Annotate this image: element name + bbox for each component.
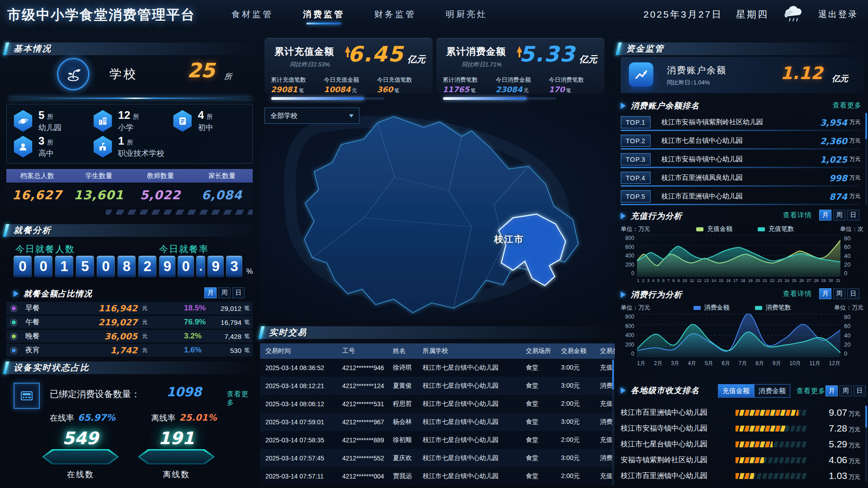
section-accent-bar	[3, 224, 9, 237]
device-more-link[interactable]: 查看更多	[227, 390, 255, 407]
nav-food-supervision[interactable]: 食材监管	[231, 0, 273, 29]
recharge-total-card: 累计充值金额 同比昨日2.53% 6.45 亿元 累计充值笔数29081笔 今日…	[264, 38, 433, 94]
nav-bright-kitchen[interactable]: 明厨亮灶	[446, 0, 487, 29]
section-dining-title: 就餐分析	[14, 225, 52, 236]
tab-week[interactable]: 周	[833, 288, 845, 299]
planet-icon	[13, 110, 33, 132]
tab-day[interactable]: 日	[847, 288, 859, 299]
online-count: 549	[40, 428, 121, 448]
nav-consume-supervision[interactable]: 消费监管	[303, 0, 344, 29]
transactions-table: 交易时间 工号 姓名 所属学校 交易场所 交易金额 交易类型 2025-03-1…	[260, 343, 615, 485]
rank-unit: 万元	[849, 192, 860, 200]
sub-value: 11765笔	[443, 85, 495, 94]
online-device-pedestal: 549 在线数	[40, 428, 121, 480]
section-accent-bar	[259, 326, 265, 339]
tab-week[interactable]: 周	[840, 385, 852, 396]
tab-month[interactable]: 月	[204, 287, 217, 298]
tab-day[interactable]: 日	[232, 287, 245, 298]
card-value: 5.33	[519, 42, 576, 66]
toggle-consume-amount[interactable]: 消费金额	[754, 384, 790, 398]
main-nav: 食材监管 消费监管 财务监管 明厨亮灶	[231, 0, 487, 29]
consume-chart-title: 消费行为分析	[631, 289, 682, 300]
x-axis-labels: 1234567891011121314151617181920212223242…	[637, 278, 840, 283]
digit: 9	[159, 256, 175, 277]
tab-month[interactable]: 月	[819, 210, 831, 221]
consume-chart-subheader: 消费行为分析	[621, 289, 682, 300]
col-name: 姓名	[387, 347, 417, 355]
sub-label: 今日充值金额	[324, 76, 377, 84]
hexagon-pedestal-icon	[42, 449, 119, 465]
tab-month[interactable]: 月	[819, 288, 831, 299]
legend-swatch-icon	[693, 306, 701, 310]
list-scrollbar[interactable]	[865, 406, 867, 482]
sub-value: 360笔	[377, 85, 430, 94]
campus-icon	[93, 136, 113, 158]
pos-terminal-icon	[14, 383, 40, 409]
offline-rate-label: 离线率	[151, 413, 175, 422]
consume-detail-link[interactable]: 查看详情	[783, 290, 812, 298]
scrollbar-thumb[interactable]	[865, 113, 867, 139]
section-accent-bar	[3, 42, 9, 55]
type-senior: 3所 高中	[13, 134, 93, 160]
rank-value: 2,360	[820, 136, 847, 146]
sprout-icon	[57, 58, 90, 90]
type-vocational: 1所 职业技术学校	[93, 134, 172, 160]
recharge-chart-title: 充值行为分析	[631, 211, 682, 221]
rank-name: 枝江市安福寺镇中心幼儿园	[661, 155, 820, 164]
counter-unit: %	[246, 267, 253, 277]
meal-count: 16,794	[196, 319, 241, 326]
scrollbar-thumb[interactable]	[865, 406, 867, 427]
city-map[interactable]: 枝江市	[260, 110, 615, 319]
legend-count: 充值笔数	[758, 225, 794, 233]
stat-label: 学生数量	[68, 172, 129, 180]
y-axis-left: 8006004002000	[621, 235, 637, 277]
tab-week[interactable]: 周	[218, 287, 231, 298]
recharge-detail-link[interactable]: 查看详情	[783, 211, 812, 220]
table-row: 2025-03-14 08:36:524212*******946徐诗琪枝江市七…	[260, 359, 615, 377]
table-row: 2025-03-14 07:57:454212*******552夏庆欢枝江市七…	[260, 449, 615, 467]
list-item: 枝江市百里洲镇中心幼儿园 1.03万元	[621, 469, 860, 483]
school-total-card: 学校 25 所	[5, 56, 255, 97]
list-item: TOP.2 枝江市七星台镇中心幼儿园 2,360 万元	[621, 131, 860, 150]
tab-month[interactable]: 月	[826, 385, 838, 396]
type-label: 职业技术学校	[118, 148, 164, 159]
type-unit: 所	[47, 139, 53, 146]
meal-amount-unit: 元	[142, 319, 147, 326]
digit: 0	[34, 256, 52, 277]
rank-value: 4.06万元	[829, 455, 860, 465]
table-row: 2025-03-14 08:12:214212*******124夏黄俊枝江市七…	[260, 377, 615, 395]
table-scrollbar[interactable]	[612, 360, 614, 485]
rank-badge: TOP.4	[621, 172, 651, 184]
rank-value: 998	[829, 173, 847, 183]
logout-button[interactable]: 退出登录	[818, 9, 858, 20]
consume-legend: 单位：万元 消费金额 消费笔数 单位：万元	[621, 304, 863, 312]
axis-unit-right: 单位：次	[840, 225, 863, 233]
legend-dot-icon	[12, 306, 16, 310]
nav-finance-supervision[interactable]: 财务监管	[374, 0, 416, 29]
rank-unit: 万元	[849, 174, 860, 182]
tab-week[interactable]: 周	[833, 210, 845, 221]
map-city-label: 枝江市	[494, 233, 524, 245]
list-item: TOP.4 枝江市百里洲镇凤良幼儿园 998 万元	[621, 169, 860, 187]
offline-device-pedestal: 191 离线数	[136, 428, 217, 480]
list-item: 枝江市安福寺镇中心幼儿园 7.28万元	[621, 422, 860, 435]
table-row: 2025-03-14 07:59:014212*******967杨会林枝江市七…	[260, 413, 615, 431]
rank-bar	[736, 473, 807, 479]
list-scrollbar[interactable]	[865, 113, 867, 206]
building-icon	[93, 110, 113, 132]
meal-count-unit: 笔	[244, 347, 250, 354]
scrollbar-thumb[interactable]	[612, 360, 614, 389]
school-filter-dropdown[interactable]: 全部学校	[264, 108, 359, 124]
online-rate-value: 65.97%	[78, 412, 115, 423]
meal-amount: 1,742	[70, 345, 137, 355]
tab-day[interactable]: 日	[847, 210, 859, 221]
balance-rank-more-link[interactable]: 查看更多	[833, 101, 862, 110]
toggle-recharge-amount[interactable]: 充值金额	[718, 384, 754, 398]
city-rank-more-link[interactable]: 查看更多	[797, 387, 826, 395]
account-balance-card: 消费账户余额 同比昨日↑1.04% 1.12 亿元	[621, 57, 863, 93]
tab-day[interactable]: 日	[854, 385, 866, 396]
rank-name: 枝江市百里洲镇中心幼儿园	[621, 471, 734, 481]
type-unit: 所	[133, 113, 139, 120]
school-count: 25	[187, 59, 215, 82]
legend-swatch-icon	[758, 227, 765, 231]
